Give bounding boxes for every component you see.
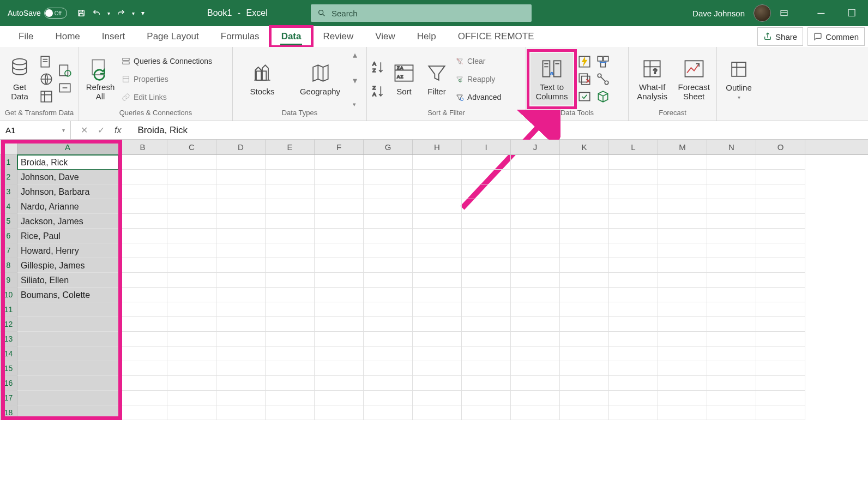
- cell[interactable]: [756, 288, 805, 302]
- tab-page-layout[interactable]: Page Layout: [136, 27, 209, 46]
- cell[interactable]: [462, 302, 511, 317]
- cell[interactable]: [413, 273, 462, 288]
- cell[interactable]: [560, 302, 609, 317]
- cell[interactable]: [560, 184, 609, 199]
- cell[interactable]: Howard, Henry: [17, 243, 118, 258]
- cell[interactable]: [167, 155, 216, 170]
- from-web-icon[interactable]: [39, 72, 53, 86]
- cell[interactable]: [413, 302, 462, 317]
- cell[interactable]: [462, 199, 511, 214]
- cell[interactable]: [658, 155, 707, 170]
- cell[interactable]: [315, 302, 364, 317]
- cell[interactable]: [413, 214, 462, 229]
- cell[interactable]: [413, 170, 462, 184]
- cell[interactable]: [609, 273, 658, 288]
- cell[interactable]: [413, 332, 462, 346]
- cell[interactable]: [609, 317, 658, 332]
- cell[interactable]: [216, 273, 266, 288]
- cell[interactable]: [216, 346, 266, 361]
- data-model-icon[interactable]: [596, 89, 610, 104]
- cell[interactable]: [118, 170, 167, 184]
- cell[interactable]: [707, 184, 756, 199]
- cell[interactable]: [658, 405, 707, 420]
- redo-icon[interactable]: [117, 9, 125, 17]
- from-table-icon[interactable]: [39, 89, 53, 104]
- get-data-button[interactable]: Get Data: [4, 53, 35, 105]
- formula-input[interactable]: Broida, Rick: [131, 125, 868, 136]
- row-header[interactable]: 11: [0, 302, 17, 317]
- cell[interactable]: [511, 214, 560, 229]
- cell[interactable]: [658, 184, 707, 199]
- cell[interactable]: [167, 346, 216, 361]
- cell[interactable]: [17, 405, 118, 420]
- cell[interactable]: [707, 214, 756, 229]
- advanced-button[interactable]: Advanced: [455, 89, 501, 104]
- cell[interactable]: [462, 170, 511, 184]
- tab-formulas[interactable]: Formulas: [210, 27, 270, 46]
- cell[interactable]: [609, 184, 658, 199]
- cell[interactable]: [658, 229, 707, 243]
- cell[interactable]: [511, 302, 560, 317]
- row-header[interactable]: 18: [0, 405, 17, 420]
- cell[interactable]: [364, 273, 413, 288]
- col-header-J[interactable]: J: [511, 140, 560, 154]
- cell[interactable]: [707, 229, 756, 243]
- cell[interactable]: [511, 170, 560, 184]
- cell[interactable]: [609, 405, 658, 420]
- cell[interactable]: [364, 214, 413, 229]
- existing-connections-icon[interactable]: [58, 81, 72, 95]
- cell[interactable]: [609, 376, 658, 391]
- cell[interactable]: [560, 361, 609, 376]
- cell[interactable]: [707, 155, 756, 170]
- forecast-sheet-button[interactable]: Forecast Sheet: [676, 53, 712, 105]
- cell[interactable]: [266, 258, 315, 273]
- cell[interactable]: [167, 214, 216, 229]
- cell[interactable]: [216, 155, 266, 170]
- cell[interactable]: [609, 243, 658, 258]
- cell[interactable]: [707, 346, 756, 361]
- cell[interactable]: [266, 361, 315, 376]
- col-header-C[interactable]: C: [167, 140, 216, 154]
- cell[interactable]: Broida, Rick: [17, 155, 118, 170]
- cell[interactable]: [315, 317, 364, 332]
- spreadsheet-grid[interactable]: A B C D E F G H I J K L M N O 1Broida, R…: [0, 140, 868, 420]
- cell[interactable]: [216, 214, 266, 229]
- filter-button[interactable]: Filter: [423, 53, 451, 105]
- cell[interactable]: [560, 405, 609, 420]
- cell[interactable]: [756, 302, 805, 317]
- cell[interactable]: [413, 361, 462, 376]
- cell[interactable]: Nardo, Arianne: [17, 199, 118, 214]
- consolidate-icon[interactable]: [596, 55, 610, 69]
- autosave-toggle[interactable]: AutoSave Off: [8, 8, 67, 19]
- cell[interactable]: [609, 155, 658, 170]
- enter-icon[interactable]: ✓: [98, 125, 105, 135]
- clear-button[interactable]: Clear: [455, 53, 501, 68]
- cell[interactable]: [658, 302, 707, 317]
- cell[interactable]: [658, 273, 707, 288]
- cell[interactable]: [658, 170, 707, 184]
- col-header-N[interactable]: N: [707, 140, 756, 154]
- cell[interactable]: [756, 405, 805, 420]
- cell[interactable]: [315, 273, 364, 288]
- geography-button[interactable]: Geography: [292, 53, 348, 105]
- cell[interactable]: [315, 288, 364, 302]
- cell[interactable]: [167, 302, 216, 317]
- remove-duplicates-icon[interactable]: [577, 72, 592, 86]
- cell[interactable]: [658, 288, 707, 302]
- cell[interactable]: [413, 155, 462, 170]
- cell[interactable]: [266, 391, 315, 405]
- col-header-I[interactable]: I: [462, 140, 511, 154]
- cell[interactable]: [462, 243, 511, 258]
- cell[interactable]: [707, 332, 756, 346]
- cell[interactable]: [216, 376, 266, 391]
- username[interactable]: Dave Johnson: [692, 9, 745, 18]
- cell[interactable]: [511, 288, 560, 302]
- cell[interactable]: [167, 229, 216, 243]
- minimize-icon[interactable]: ─: [810, 8, 832, 19]
- row-header[interactable]: 16: [0, 376, 17, 391]
- recent-sources-icon[interactable]: [58, 63, 72, 77]
- cell[interactable]: [413, 317, 462, 332]
- cell[interactable]: [707, 258, 756, 273]
- cell[interactable]: [511, 391, 560, 405]
- properties-button[interactable]: Properties: [122, 71, 212, 86]
